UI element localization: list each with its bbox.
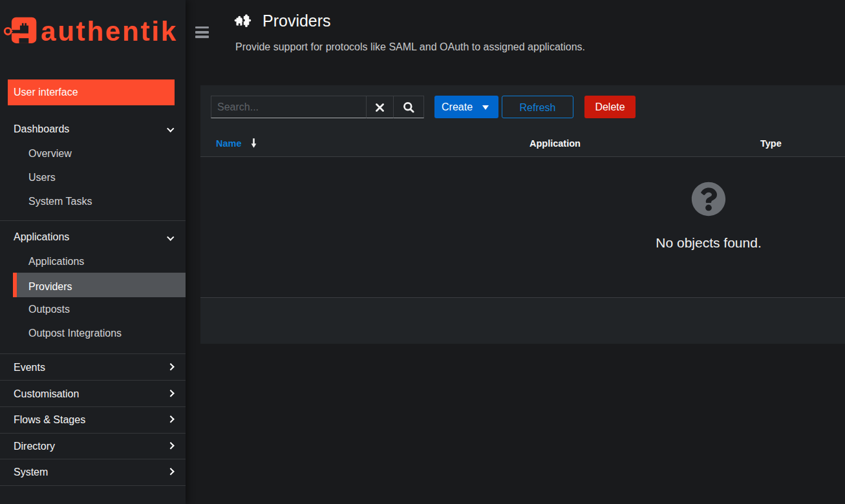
svg-text:authentik: authentik (41, 16, 178, 47)
